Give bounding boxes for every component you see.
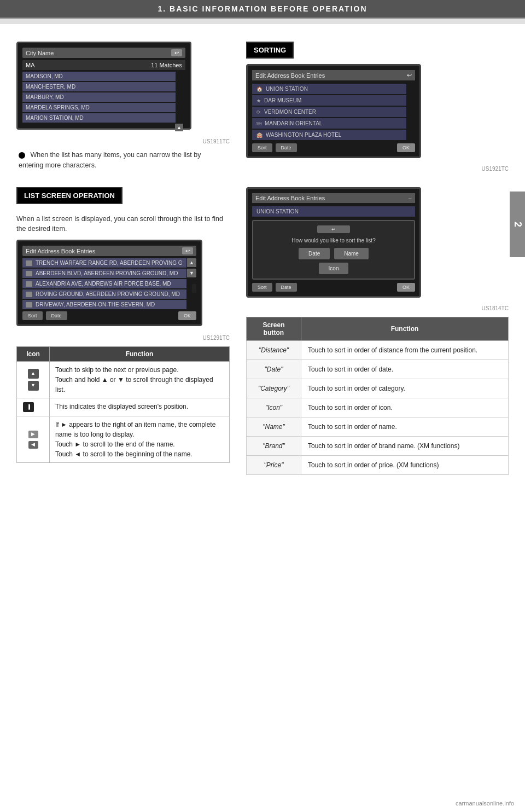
list-item-label: DRIVEWAY, ABERDEEN-ON-THE-SEVERN, MD (36, 301, 155, 308)
sort-list-item[interactable]: 🍽 MANDARIN ORIENTAL (252, 118, 406, 129)
list-item-label: ABERDEEN BLVD, ABERDEEN PROVING GROUND, … (36, 270, 178, 276)
function-col-header: Function (50, 347, 230, 362)
list-screen-back-btn[interactable]: ↩ (182, 247, 193, 254)
scroll-up-btn[interactable]: ▲ (187, 258, 196, 267)
bullet-section: When the list has many items, you can na… (16, 150, 230, 171)
sort-btn-name: "Name" (247, 417, 301, 436)
sort-by-icon-btn[interactable]: Icon (319, 263, 349, 274)
list-item[interactable]: MARION STATION, MD (22, 113, 176, 123)
date-btn-1[interactable]: Date (276, 143, 297, 152)
city-name-input-row: MA 11 Matches (22, 60, 185, 70)
list-date-btn[interactable]: Date (46, 311, 67, 320)
list-item[interactable]: ABERDEEN BLVD, ABERDEEN PROVING GROUND, … (22, 269, 186, 278)
list-screen-heading: LIST SCREEN OPERATION (16, 187, 122, 204)
sort-list-item[interactable]: ⟳ VERDMON CENTER (252, 107, 406, 117)
list-item[interactable]: MARDELA SPRINGS, MD (22, 103, 176, 112)
sort-by-date-btn[interactable]: Date (299, 248, 330, 259)
list-item[interactable]: MARBURY, MD (22, 92, 176, 102)
list-item[interactable]: MANCHESTER, MD (22, 82, 176, 91)
sort-btn-1[interactable]: Sort (252, 143, 272, 152)
gray-band (0, 19, 525, 24)
sort-dialog-btn-row-2: Icon (258, 263, 410, 274)
icon-col-header: Icon (17, 347, 50, 362)
sort-func-price: Touch to sort in order of price. (XM fun… (301, 455, 509, 474)
position-indicator (192, 284, 196, 293)
sort-dialog-btn-row-1: Date Name (258, 248, 410, 259)
sort-func-icon: Touch to sort in order of icon. (301, 398, 509, 417)
sort-screen-1-title-text: Edit Address Book Entries (255, 72, 325, 79)
sort-by-name-btn[interactable]: Name (334, 248, 369, 259)
list-screen-caption: US1291TC (16, 335, 230, 341)
sort-list-item[interactable]: 🏨 WASHINGTON PLAZA HOTEL (252, 130, 406, 140)
list-screen-desc: When a list screen is displayed, you can… (16, 214, 230, 235)
list-item-icon (26, 271, 32, 276)
icon-cell-scroll: ▲ ▼ (17, 362, 50, 398)
table-row: "Name" Touch to sort in order of name. (247, 417, 509, 436)
list-item-icon (26, 260, 32, 266)
ok-btn-2[interactable]: OK (397, 283, 415, 292)
table-row: "Price" Touch to sort in order of price.… (247, 455, 509, 474)
sort-list-item[interactable]: ★ DAR MUSEUM (252, 95, 406, 106)
function-cell-position: This indicates the displayed screen's po… (50, 398, 230, 416)
list-item-icon (26, 292, 32, 297)
sort-dialog-back-btn[interactable]: ↩ (317, 225, 350, 233)
scroll-left-icon: ◀ (28, 441, 38, 449)
top-left-area: City Name ↩ MA 11 Matches MADISON, MD MA… (16, 42, 230, 179)
list-item[interactable]: MADISON, MD (22, 72, 176, 81)
side-tab: 2 (510, 192, 525, 257)
sort-item-label: UNION STATION (266, 86, 308, 92)
scroll-up-icon: ▲ (28, 369, 39, 379)
table-row: ▐ This indicates the displayed screen's … (17, 398, 230, 416)
city-name-back-btn[interactable]: ↩ (171, 49, 182, 56)
sort-col-header-btn: Screen button (247, 317, 301, 340)
list-item-label: TRENCH WARFARE RANGE RD, ABERDEEN PROVIN… (36, 260, 183, 266)
mid-right-area: Edit Address Book Entries -- UNION STATI… (246, 187, 509, 475)
sort-func-name: Touch to sort in order of name. (301, 417, 509, 436)
list-screen-title: Edit Address Book Entries (26, 248, 95, 254)
list-item[interactable]: ALEXANDRIA AVE, ANDREWS AIR FORCE BASE, … (22, 279, 186, 288)
sort-btn-icon: "Icon" (247, 398, 301, 417)
sort-dialog: ↩ How would you like to sort the list? D… (252, 220, 415, 280)
list-sort-btn[interactable]: Sort (22, 311, 43, 320)
sort-func-brand: Touch to sort in order of brand name. (X… (301, 436, 509, 455)
sorting-table: Screen button Function "Distance" Touch … (246, 317, 509, 475)
scrollname-function-text: If ► appears to the right of an item nam… (55, 421, 215, 458)
sort-btn-category: "Category" (247, 379, 301, 398)
list-screen-mockup: Edit Address Book Entries ↩ TRENCH WARFA… (16, 240, 202, 326)
sort-btn-2[interactable]: Sort (252, 283, 272, 292)
city-name-titlebar: City Name ↩ (22, 48, 185, 58)
top-right-area: SORTING Edit Address Book Entries ↩ 🏠 UN… (246, 42, 509, 179)
date-btn-2[interactable]: Date (276, 283, 297, 292)
function-cell-scrollname: If ► appears to the right of an item nam… (50, 416, 230, 463)
scroll-down-icon: ▼ (28, 381, 39, 391)
top-screen-caption: US1911TC (16, 138, 230, 144)
watermark: carmanualsonline.info (456, 800, 514, 807)
sort-screen-2-title-text: Edit Address Book Entries (255, 195, 325, 201)
sort-func-distance: Touch to sort in order of distance from … (301, 340, 509, 359)
list-item[interactable]: TRENCH WARFARE RANGE RD, ABERDEEN PROVIN… (22, 258, 186, 268)
sort-screen-1-caption: US1921TC (246, 166, 509, 172)
list-item-label: ROVING GROUND, ABERDEEN PROVING GROUND, … (36, 291, 180, 297)
sort-btn-price: "Price" (247, 455, 301, 474)
city-name-input-value: MA (26, 62, 35, 68)
table-row: ▶ ◀ If ► appears to the right of an item… (17, 416, 230, 463)
position-icon: ▐ (23, 402, 34, 412)
sort-item-label: WASHINGTON PLAZA HOTEL (266, 132, 341, 138)
position-function-text: This indicates the displayed screen's po… (55, 403, 188, 410)
sort-item-label: VERDMON CENTER (264, 109, 316, 115)
list-ok-btn[interactable]: OK (178, 311, 196, 320)
sort-screen-1-back-btn[interactable]: ↩ (407, 72, 412, 79)
scroll-up-btn[interactable]: ▲ (175, 124, 183, 131)
list-item[interactable]: ROVING GROUND, ABERDEEN PROVING GROUND, … (22, 289, 186, 299)
ok-btn-1[interactable]: OK (397, 143, 415, 152)
scroll-right-icon: ▶ (28, 431, 38, 438)
sort-screen-2-subtitle-label: UNION STATION (256, 208, 299, 214)
list-item[interactable]: DRIVEWAY, ABERDEEN-ON-THE-SEVERN, MD (22, 300, 186, 309)
sort-list-item[interactable]: 🏠 UNION STATION (252, 84, 406, 94)
table-row: ▲ ▼ Touch to skip to the next or previou… (17, 362, 230, 398)
list-screen-bottom: Sort Date OK (22, 311, 196, 320)
scroll-down-btn[interactable]: ▼ (187, 269, 196, 277)
bullet-dot (19, 152, 25, 159)
table-row: "Date" Touch to sort in order of date. (247, 359, 509, 379)
sort-screen-2: Edit Address Book Entries -- UNION STATI… (246, 187, 421, 298)
